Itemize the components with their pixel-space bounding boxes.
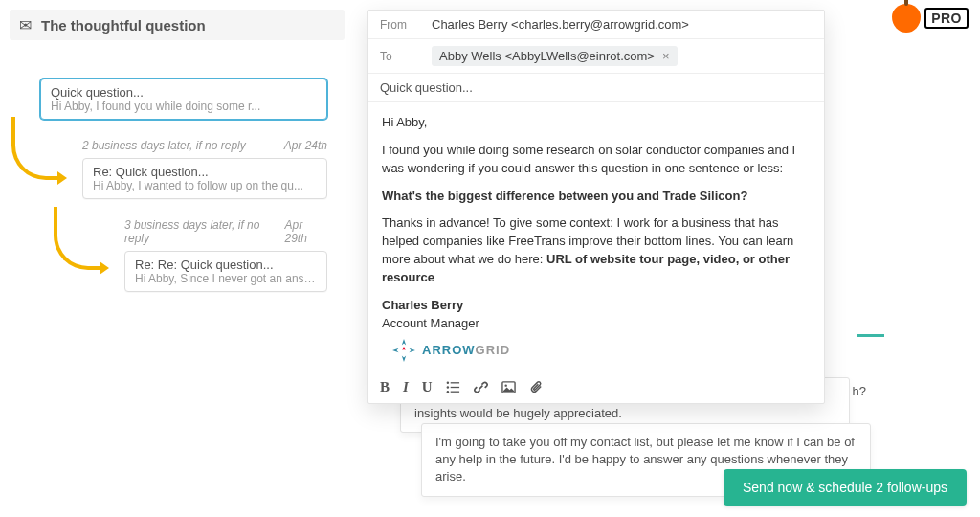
sequence-step-1[interactable]: Quick question... Hi Abby, I found you w… — [40, 79, 327, 120]
to-row: To Abby Wells <AbbyLWells@einrot.com> × — [368, 39, 824, 74]
arrowgrid-logo-icon — [391, 338, 416, 363]
delay-date: Apr 29th — [285, 218, 328, 245]
bold-question: What's the biggest difference between yo… — [382, 189, 747, 203]
svg-point-5 — [446, 382, 448, 384]
svg-point-12 — [504, 385, 506, 387]
step-preview: Hi Abby, I wanted to follow up on the qu… — [93, 179, 317, 192]
sequence-step-2[interactable]: Re: Quick question... Hi Abby, I wanted … — [82, 158, 327, 199]
delay-text: 2 business days later, if no reply — [82, 139, 246, 152]
delay-label-2: 3 business days later, if no reply Apr 2… — [124, 218, 327, 245]
svg-rect-10 — [450, 392, 458, 393]
recipient-chip[interactable]: Abby Wells <AbbyLWells@einrot.com> × — [432, 46, 678, 66]
from-value[interactable]: Charles Berry <charles.berry@arrowgrid.c… — [432, 17, 689, 32]
recipient-text: Abby Wells <AbbyLWells@einrot.com> — [439, 49, 655, 63]
delay-label-1: 2 business days later, if no reply Apr 2… — [82, 139, 327, 152]
page-title: The thoughtful question — [41, 17, 206, 34]
paragraph-1: I found you while doing some research on… — [382, 142, 811, 178]
svg-marker-2 — [402, 356, 406, 363]
send-schedule-button[interactable]: Send now & schedule 2 follow-ups — [724, 469, 967, 506]
formatting-toolbar: B I U — [368, 371, 824, 403]
step-preview: Hi Abby, I found you while doing some r.… — [51, 100, 317, 113]
email-body[interactable]: Hi Abby, I found you while doing some re… — [368, 102, 824, 371]
svg-marker-0 — [402, 340, 406, 347]
attachment-button[interactable] — [529, 379, 544, 395]
italic-button[interactable]: I — [403, 379, 409, 395]
sequence-step-3[interactable]: Re: Re: Quick question... Hi Abby, Since… — [124, 251, 327, 292]
paragraph-2: Thanks in advance! To give some context:… — [382, 214, 811, 286]
underline-button[interactable]: U — [422, 379, 433, 395]
signature-title: Account Manager — [382, 315, 811, 333]
link-button[interactable] — [474, 379, 488, 395]
svg-marker-1 — [409, 348, 415, 352]
page-header: ✉ The thoughtful question — [10, 10, 345, 40]
svg-marker-4 — [402, 347, 405, 350]
flow-arrow-icon — [11, 117, 61, 180]
to-label: To — [380, 50, 418, 63]
step-subject: Quick question... — [51, 85, 317, 100]
remove-recipient-icon[interactable]: × — [662, 49, 670, 63]
pro-label: PRO — [924, 8, 969, 29]
list-button[interactable] — [446, 379, 460, 395]
svg-rect-8 — [450, 387, 458, 388]
image-button[interactable] — [501, 379, 516, 395]
step-subject: Re: Quick question... — [93, 165, 317, 179]
greeting: Hi Abby, — [382, 114, 811, 132]
delay-text: 3 business days later, if no reply — [124, 218, 285, 245]
subject-input[interactable]: Quick question... — [368, 74, 824, 102]
svg-marker-3 — [392, 348, 399, 352]
logo-text: ARROWGRID — [422, 342, 510, 360]
pro-badge: PRO — [892, 4, 969, 33]
active-tab-underline — [858, 334, 884, 337]
from-row: From Charles Berry <charles.berry@arrowg… — [368, 11, 824, 39]
step-preview: Hi Abby, Since I never got an answer fro… — [135, 272, 317, 285]
svg-point-7 — [446, 387, 448, 389]
signature-name: Charles Berry — [382, 297, 811, 315]
bold-button[interactable]: B — [380, 379, 390, 395]
email-composer: From Charles Berry <charles.berry@arrowg… — [368, 10, 825, 404]
svg-rect-6 — [450, 383, 458, 384]
svg-point-9 — [446, 391, 448, 393]
delay-date: Apr 24th — [284, 139, 327, 152]
from-label: From — [380, 18, 418, 32]
acorn-icon — [892, 4, 921, 33]
step-subject: Re: Re: Quick question... — [135, 258, 317, 272]
signature-logo: ARROWGRID — [391, 338, 811, 363]
envelope-icon: ✉ — [19, 16, 32, 34]
